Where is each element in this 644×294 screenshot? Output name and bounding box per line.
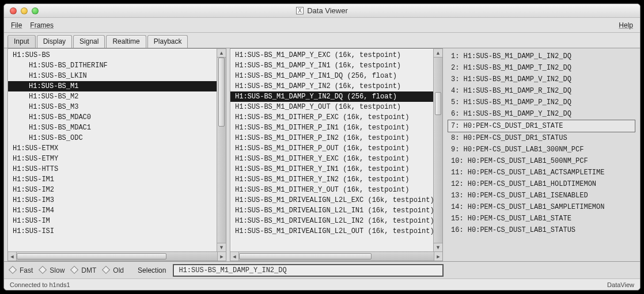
scroll-thumb[interactable] bbox=[239, 253, 372, 259]
selected-item[interactable]: 7: H0:PEM-CS_DUST_DR1_STATE bbox=[448, 120, 635, 132]
list-item[interactable]: H1:SUS-ISI bbox=[8, 226, 217, 236]
selected-item[interactable]: 11: H0:PEM-CS_DUST_LAB1_ACTSAMPLETIME bbox=[448, 167, 635, 178]
list-item[interactable]: H1:SUS-BS_M1_DRIVEALIGN_L2L_OUT (16k, te… bbox=[230, 226, 433, 236]
selected-channel-list[interactable]: 1: H1:SUS-BS_M1_DAMP_L_IN2_DQ2: H1:SUS-B… bbox=[446, 48, 637, 238]
list-item[interactable]: H1:SUS-BS_M1_DITHER_Y_EXC (16k, testpoin… bbox=[230, 154, 433, 164]
scrollbar-horizontal[interactable]: ◄ ► bbox=[8, 251, 226, 261]
menu-help[interactable]: Help bbox=[619, 21, 633, 29]
tab-playback[interactable]: Playback bbox=[147, 35, 188, 48]
selection-input[interactable]: H1:SUS-BS_M1_DAMP_Y_IN2_DQ bbox=[173, 264, 444, 277]
bottom-bar: Fast Slow DMT Old Selection H1:SUS-BS_M1… bbox=[4, 261, 640, 278]
list-item[interactable]: H1:SUS-BS_M1_DRIVEALIGN_L2L_IN2 (16k, te… bbox=[230, 216, 433, 226]
list-item[interactable]: H1:SUS-BS_M1_DITHER_P_IN1 (16k, testpoin… bbox=[230, 123, 433, 133]
list-item[interactable]: H1:SUS-BS_M1_DITHER_Y_IN2 (16k, testpoin… bbox=[230, 174, 433, 185]
channel-tree-list[interactable]: H1:SUS-BSH1:SUS-BS_DITHERINFH1:SUS-BS_LK… bbox=[8, 49, 217, 251]
selected-item[interactable]: 8: H0:PEM-CS_DUST_DR1_STATUS bbox=[448, 132, 635, 144]
list-item[interactable]: H1:SUS-BS_M1_DITHER_P_IN2 (16k, testpoin… bbox=[230, 133, 433, 143]
scroll-thumb[interactable] bbox=[218, 58, 225, 127]
list-item[interactable]: H1:SUS-HTTS bbox=[8, 164, 217, 174]
selected-item[interactable]: 15: H0:PEM-CS_DUST_LAB1_STATE bbox=[448, 213, 635, 224]
list-item[interactable]: H1:SUS-BS_M1_DRIVEALIGN_L2L_EXC (16k, te… bbox=[230, 195, 433, 205]
scrollbar-vertical[interactable]: ▲ ▼ bbox=[217, 49, 226, 251]
list-item[interactable]: H1:SUS-IM bbox=[8, 216, 217, 226]
list-item[interactable]: H1:SUS-BS_LKIN bbox=[8, 71, 217, 81]
selected-item[interactable]: 12: H0:PEM-CS_DUST_LAB1_HOLDTIMEMON bbox=[448, 178, 635, 190]
list-item[interactable]: H1:SUS-IM3 bbox=[8, 195, 217, 205]
minimize-icon[interactable] bbox=[21, 7, 28, 14]
selected-item[interactable]: 16: H0:PEM-CS_DUST_LAB1_STATUS bbox=[448, 224, 635, 236]
app-window: X Data Viewer File Frames Help InputDisp… bbox=[3, 3, 641, 291]
list-item[interactable]: H1:SUS-ETMX bbox=[8, 143, 217, 154]
selected-item[interactable]: 14: H0:PEM-CS_DUST_LAB1_SAMPLETIMEMON bbox=[448, 201, 635, 213]
selected-item[interactable]: 4: H1:SUS-BS_M1_DAMP_R_IN2_DQ bbox=[448, 85, 635, 97]
list-item[interactable]: H1:SUS-BS_M2 bbox=[8, 91, 217, 102]
list-item[interactable]: H1:SUS-BS_M1_DRIVEALIGN_L2L_IN1 (16k, te… bbox=[230, 205, 433, 216]
selected-item[interactable]: 2: H1:SUS-BS_M1_DAMP_T_IN2_DQ bbox=[448, 62, 635, 74]
list-item[interactable]: H1:SUS-BS_MDAC1 bbox=[8, 123, 217, 133]
selection-label: Selection bbox=[138, 266, 166, 274]
list-item[interactable]: H1:SUS-IM4 bbox=[8, 205, 217, 216]
tab-realtime[interactable]: Realtime bbox=[106, 35, 146, 48]
scroll-thumb[interactable] bbox=[17, 253, 166, 259]
list-item[interactable]: H1:SUS-BS_M1_DITHER_P_OUT (16k, testpoin… bbox=[230, 143, 433, 154]
scroll-up-icon[interactable]: ▲ bbox=[217, 49, 226, 58]
scroll-up-icon[interactable]: ▲ bbox=[434, 49, 442, 58]
list-item[interactable]: H1:SUS-BS_M1 bbox=[8, 81, 217, 91]
scroll-left-icon[interactable]: ◄ bbox=[230, 252, 239, 261]
diamond-icon bbox=[70, 265, 78, 273]
radio-fast[interactable]: Fast bbox=[10, 266, 33, 274]
list-item[interactable]: H1:SUS-IM1 bbox=[8, 174, 217, 185]
list-item[interactable]: H1:SUS-BS_ODC bbox=[8, 133, 217, 143]
menu-frames[interactable]: Frames bbox=[30, 21, 54, 29]
close-icon[interactable] bbox=[10, 7, 17, 14]
list-item[interactable]: H1:SUS-BS_DITHERINF bbox=[8, 60, 217, 71]
list-item[interactable]: H1:SUS-BS_M1_DAMP_Y_EXC (16k, testpoint) bbox=[230, 50, 433, 60]
selected-item[interactable]: 6: H1:SUS-BS_M1_DAMP_Y_IN2_DQ bbox=[448, 108, 635, 120]
titlebar: X Data Viewer bbox=[4, 4, 640, 18]
scroll-down-icon[interactable]: ▼ bbox=[434, 243, 442, 251]
menubar: File Frames Help bbox=[4, 18, 640, 33]
menu-file[interactable]: File bbox=[11, 21, 22, 29]
selected-item[interactable]: 10: H0:PEM-CS_DUST_LAB1_500NM_PCF bbox=[448, 155, 635, 167]
list-item[interactable]: H1:SUS-IM2 bbox=[8, 185, 217, 195]
list-item[interactable]: H1:SUS-BS_M1_DITHER_P_EXC (16k, testpoin… bbox=[230, 112, 433, 123]
radio-dmt[interactable]: DMT bbox=[71, 266, 96, 274]
list-item[interactable]: H1:SUS-BS_M1_DAMP_Y_IN1 (16k, testpoint) bbox=[230, 60, 433, 71]
zoom-icon[interactable] bbox=[32, 7, 39, 14]
selected-item[interactable]: 9: H0:PEM-CS_DUST_LAB1_300NM_PCF bbox=[448, 144, 635, 155]
list-item[interactable]: H1:SUS-BS_M1_DAMP_Y_OUT (16k, testpoint) bbox=[230, 102, 433, 112]
radio-old[interactable]: Old bbox=[103, 266, 124, 274]
tab-signal[interactable]: Signal bbox=[73, 35, 105, 48]
scrollbar-vertical[interactable]: ▲ ▼ bbox=[433, 49, 442, 251]
selected-item[interactable]: 3: H1:SUS-BS_M1_DAMP_V_IN2_DQ bbox=[448, 74, 635, 85]
scroll-left-icon[interactable]: ◄ bbox=[8, 252, 17, 261]
radio-slow[interactable]: Slow bbox=[40, 266, 65, 274]
tab-input[interactable]: Input bbox=[7, 35, 36, 48]
list-item[interactable]: H1:SUS-BS_M1_DAMP_Y_IN2 (16k, testpoint) bbox=[230, 81, 433, 91]
diamond-icon bbox=[9, 265, 17, 273]
selected-item[interactable]: 13: H0:PEM-CS_DUST_LAB1_ISENABLED bbox=[448, 190, 635, 201]
list-item[interactable]: H1:SUS-ETMY bbox=[8, 154, 217, 164]
selected-item[interactable]: 5: H1:SUS-BS_M1_DAMP_P_IN2_DQ bbox=[448, 97, 635, 108]
scrollbar-horizontal[interactable]: ◄ ► bbox=[230, 251, 442, 261]
tab-row: InputDisplaySignalRealtimePlayback bbox=[4, 33, 640, 48]
scroll-down-icon[interactable]: ▼ bbox=[217, 243, 226, 251]
list-item[interactable]: H1:SUS-BS_M1_DITHER_Y_OUT (16k, testpoin… bbox=[230, 185, 433, 195]
panel-channel-list: H1:SUS-BS_M1_DAMP_Y_EXC (16k, testpoint)… bbox=[230, 48, 443, 261]
selected-item[interactable]: 1: H1:SUS-BS_M1_DAMP_L_IN2_DQ bbox=[448, 51, 635, 62]
scroll-right-icon[interactable]: ► bbox=[217, 252, 226, 261]
scroll-right-icon[interactable]: ► bbox=[434, 252, 442, 261]
list-item[interactable]: H1:SUS-BS_M1_DAMP_Y_IN2_DQ (256, float) bbox=[230, 91, 433, 102]
list-item[interactable]: H1:SUS-BS_M1_DAMP_Y_IN1_DQ (256, float) bbox=[230, 71, 433, 81]
tab-display[interactable]: Display bbox=[37, 35, 72, 48]
status-bar: Connected to h1nds1 DataView bbox=[4, 278, 640, 290]
channel-detail-list[interactable]: H1:SUS-BS_M1_DAMP_Y_EXC (16k, testpoint)… bbox=[230, 49, 433, 251]
list-item[interactable]: H1:SUS-BS bbox=[8, 50, 217, 60]
status-right: DataView bbox=[607, 281, 634, 288]
list-item[interactable]: H1:SUS-BS_MDAC0 bbox=[8, 112, 217, 123]
list-item[interactable]: H1:SUS-BS_M1_DITHER_Y_IN1 (16k, testpoin… bbox=[230, 164, 433, 174]
list-item[interactable]: H1:SUS-BS_M3 bbox=[8, 102, 217, 112]
x11-icon: X bbox=[296, 7, 304, 14]
selection-value: H1:SUS-BS_M1_DAMP_Y_IN2_DQ bbox=[179, 266, 286, 274]
scroll-thumb[interactable] bbox=[435, 92, 441, 115]
